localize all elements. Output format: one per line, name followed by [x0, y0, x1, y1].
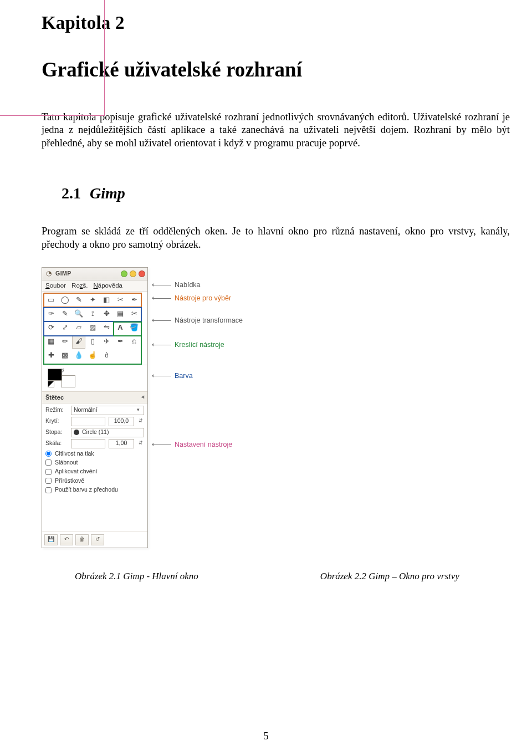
tool-move[interactable]: ✥: [100, 308, 113, 321]
background-swatch[interactable]: [61, 375, 75, 387]
tool-clone[interactable]: ⎌: [127, 335, 141, 349]
tool-ink[interactable]: ✒: [114, 335, 127, 349]
callout-selection: Nástroje pro výběr: [175, 294, 231, 303]
restore-options-button[interactable]: ↶: [60, 534, 73, 545]
fg-bg-swatches[interactable]: ↺: [48, 369, 75, 387]
reset-options-button[interactable]: ↺: [91, 534, 104, 545]
tool-foreground-select[interactable]: ✒: [127, 294, 141, 307]
tool-options-title: Štětec ◂: [42, 391, 147, 403]
tool-grid: ▭ ◯ ✎ ✦ ◧ ✂ ✒ ✑ ✎ 🔍 ⟟ ✥ ▤ ✂ ⟳ ⤢ ▱: [42, 292, 147, 365]
figure-area: ◔ GIMP Soubor Rozš. Nápověda ▭ ◯ ✎ ✦ ◧ ✂: [42, 267, 510, 548]
tool-dodge-burn[interactable]: 🕯: [100, 349, 113, 362]
tool-shear[interactable]: ▱: [72, 321, 85, 335]
scale-label: Skála:: [45, 440, 68, 447]
callout-transform: Nástroje transformace: [175, 316, 243, 325]
section-paragraph: Program se skládá ze tří oddělených oken…: [42, 225, 510, 251]
callout-menu: Nabídka: [175, 280, 201, 289]
tool-rect-select[interactable]: ▭: [44, 294, 58, 307]
menu-help[interactable]: Nápověda: [94, 282, 122, 290]
tool-pencil[interactable]: ✏: [58, 335, 71, 349]
delete-options-button[interactable]: 🗑: [75, 534, 89, 545]
tool-measure[interactable]: ⟟: [86, 308, 99, 321]
brush-select[interactable]: Circle (11): [71, 428, 144, 437]
scale-slider[interactable]: [71, 439, 105, 448]
callout-toolopts: Nastavení nástroje: [175, 440, 232, 449]
lead-line: [154, 285, 171, 285]
caption-right: Obrázek 2.2 Gimp – Okno pro vrstvy: [320, 570, 459, 583]
tool-ellipse-select[interactable]: ◯: [58, 294, 71, 307]
dock-menu-icon[interactable]: ◂: [141, 394, 144, 401]
spin-up-down-icon[interactable]: ⇵: [137, 440, 144, 447]
tool-scale[interactable]: ⤢: [58, 321, 71, 335]
section-name: Gimp: [90, 185, 125, 202]
callout-draw: Kreslící nástroje: [175, 340, 224, 349]
save-options-button[interactable]: 💾: [44, 534, 58, 545]
tool-zoom[interactable]: 🔍: [72, 308, 85, 321]
tool-color-select[interactable]: ◧: [100, 294, 113, 307]
tool-crop[interactable]: ✂: [127, 308, 141, 321]
page-title: Grafické uživatelské rozhraní: [42, 57, 510, 83]
window-title: GIMP: [55, 270, 119, 277]
maximize-button[interactable]: [130, 270, 136, 277]
tool-text[interactable]: A: [114, 321, 127, 335]
fade-check[interactable]: Slábnout: [45, 459, 144, 466]
tool-bucket-fill[interactable]: 🪣: [127, 321, 141, 335]
tool-align[interactable]: ▤: [114, 308, 127, 321]
tool-perspective-clone[interactable]: ▩: [58, 349, 71, 362]
opacity-spin[interactable]: 100,0: [109, 417, 134, 426]
lead-line: [154, 345, 171, 345]
tool-airbrush[interactable]: ✈: [100, 335, 113, 349]
tool-fuzzy-select[interactable]: ✦: [86, 294, 99, 307]
window-titlebar: ◔ GIMP: [42, 268, 147, 280]
opacity-slider[interactable]: [71, 417, 105, 426]
figure-captions: Obrázek 2.1 Gimp - Hlavní okno Obrázek 2…: [75, 570, 510, 583]
default-colors-icon[interactable]: [48, 381, 54, 387]
scale-spin[interactable]: 1,00: [109, 439, 134, 448]
tool-blend[interactable]: ▦: [44, 335, 58, 349]
mode-select[interactable]: Normální ▾: [71, 406, 144, 415]
intro-paragraph: Tato kapitola popisuje grafické uživatel…: [42, 111, 510, 150]
options-footer: 💾 ↶ 🗑 ↺: [42, 532, 147, 548]
foreground-swatch[interactable]: [48, 369, 62, 381]
lead-line: [154, 376, 171, 376]
brush-label: Stopa:: [45, 428, 68, 436]
lead-line: [154, 445, 171, 445]
page-number: 5: [0, 730, 532, 743]
tool-heal[interactable]: ✚: [44, 349, 58, 362]
tool-scissors[interactable]: ✂: [114, 294, 127, 307]
tool-eraser[interactable]: ▯: [86, 335, 99, 349]
tool-smudge[interactable]: ☝: [86, 349, 99, 362]
menu-ext[interactable]: Rozš.: [71, 282, 88, 290]
mode-label: Režim:: [45, 406, 68, 413]
tool-blur[interactable]: 💧: [72, 349, 85, 362]
tool-paintbrush[interactable]: 🖌: [72, 335, 85, 349]
tool-free-select[interactable]: ✎: [72, 294, 85, 307]
tool-color-picker[interactable]: ✎: [58, 308, 71, 321]
tool-flip[interactable]: ⇋: [100, 321, 113, 335]
spin-up-down-icon[interactable]: ⇵: [137, 418, 144, 425]
jitter-check[interactable]: Aplikovat chvění: [45, 468, 144, 475]
menu-file[interactable]: Soubor: [45, 282, 66, 290]
section-number: 2.1: [62, 185, 81, 202]
section-heading: 2.1Gimp: [62, 183, 510, 203]
gimp-toolbox-window: ◔ GIMP Soubor Rozš. Nápověda ▭ ◯ ✎ ✦ ◧ ✂: [42, 267, 148, 548]
tool-options: Režim: Normální ▾ Krytí: 100,0 ⇵ Stopa:: [42, 403, 147, 498]
incremental-check[interactable]: Přírůstkově: [45, 477, 144, 484]
callout-color: Barva: [175, 371, 193, 380]
tool-paths[interactable]: ✑: [44, 308, 58, 321]
chapter-heading: Kapitola 2: [42, 11, 510, 34]
color-block: ↺: [42, 365, 147, 391]
menu-bar: Soubor Rozš. Nápověda: [42, 280, 147, 292]
chevron-down-icon: ▾: [135, 407, 141, 413]
minimize-button[interactable]: [121, 270, 127, 277]
lead-line: [154, 298, 171, 299]
brush-preview-icon: [74, 430, 79, 435]
gradient-color-check[interactable]: Použít barvu z přechodu: [45, 486, 144, 493]
close-button[interactable]: [139, 270, 145, 277]
tool-perspective[interactable]: ▨: [86, 321, 99, 335]
caption-left: Obrázek 2.1 Gimp - Hlavní okno: [75, 570, 198, 583]
pressure-check[interactable]: Citlivost na tlak: [45, 450, 144, 457]
opacity-label: Krytí:: [45, 417, 68, 425]
tool-rotate[interactable]: ⟳: [44, 321, 58, 335]
wilber-icon: ◔: [44, 269, 53, 278]
